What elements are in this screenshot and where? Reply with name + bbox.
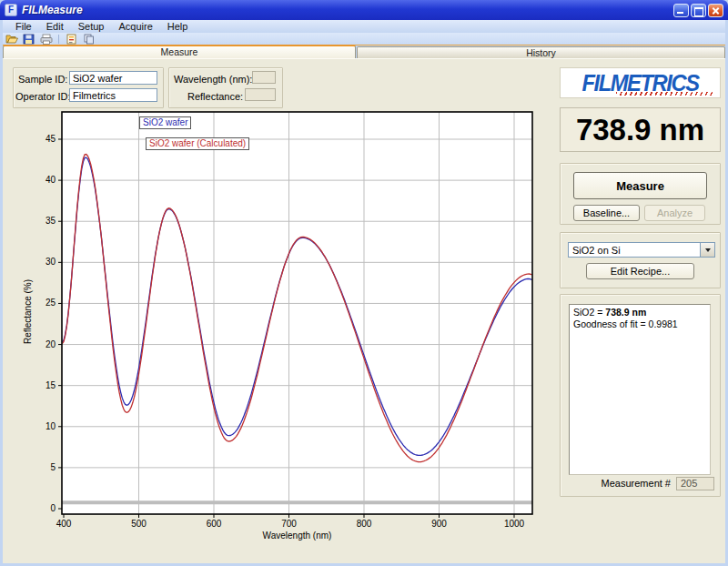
save-icon[interactable] xyxy=(22,34,35,45)
window-title: FILMeasure xyxy=(22,4,83,16)
filmeasure-window: F FILMeasure File Edit Setup Acquire Hel… xyxy=(0,0,728,566)
measure-panel: Sample ID: Operator ID: Wavelength (nm):… xyxy=(3,58,725,563)
menu-file[interactable]: File xyxy=(8,21,39,32)
maximize-button[interactable] xyxy=(691,4,706,17)
svg-text:800: 800 xyxy=(357,519,372,529)
filmetrics-logo: FILMETRICS xyxy=(560,67,721,98)
svg-text:500: 500 xyxy=(131,519,147,529)
svg-text:900: 900 xyxy=(431,519,447,529)
svg-text:40: 40 xyxy=(46,175,56,185)
svg-text:5: 5 xyxy=(50,462,56,472)
recipe-select[interactable]: SiO2 on Si xyxy=(568,242,715,258)
svg-text:400: 400 xyxy=(56,519,72,529)
operator-id-input[interactable] xyxy=(69,88,157,102)
y-axis-title: Reflectance (%) xyxy=(23,139,33,485)
edit-recipe-button[interactable]: Edit Recipe... xyxy=(586,263,694,279)
svg-text:1000: 1000 xyxy=(504,519,525,529)
svg-text:30: 30 xyxy=(46,257,56,267)
copy-icon[interactable] xyxy=(82,34,96,45)
minimize-button[interactable] xyxy=(673,4,689,17)
print-icon[interactable] xyxy=(39,34,53,45)
app-icon: F xyxy=(5,4,17,16)
tab-measure[interactable]: Measure xyxy=(3,45,356,58)
menu-acquire[interactable]: Acquire xyxy=(111,21,159,32)
spectrum-chart: 4005006007008009001000051015202530354045… xyxy=(7,108,546,549)
baseline-button[interactable]: Baseline... xyxy=(573,205,640,221)
reflectance-label: Reflectance: xyxy=(187,91,243,102)
svg-text:600: 600 xyxy=(207,519,222,529)
legend-measured: SiO2 wafer xyxy=(139,116,191,129)
menu-setup[interactable]: Setup xyxy=(71,21,112,32)
measurement-number-label: Measurement # xyxy=(602,478,671,489)
open-icon[interactable] xyxy=(5,34,18,45)
chevron-down-icon[interactable] xyxy=(700,243,714,257)
wavelength-field xyxy=(252,71,276,84)
svg-text:20: 20 xyxy=(46,339,56,349)
svg-text:45: 45 xyxy=(46,134,56,144)
sample-id-input[interactable] xyxy=(69,71,157,85)
close-button[interactable] xyxy=(708,4,723,17)
recipe-selected-value: SiO2 on Si xyxy=(572,245,621,256)
sample-id-label: Sample ID: xyxy=(18,74,67,85)
menu-edit[interactable]: Edit xyxy=(39,21,71,32)
svg-text:25: 25 xyxy=(46,298,56,308)
measurement-number-field xyxy=(676,477,714,490)
result-line-thickness: SiO2 = 738.9 nm xyxy=(573,307,706,318)
logo-hatch-decoration xyxy=(616,92,714,96)
toolbar xyxy=(3,33,725,45)
results-box: SiO2 = 738.9 nm Goodness of fit = 0.9981 xyxy=(569,304,711,475)
report-icon[interactable] xyxy=(65,34,78,45)
svg-text:35: 35 xyxy=(46,216,56,226)
menu-bar: File Edit Setup Acquire Help xyxy=(3,20,725,33)
svg-text:0: 0 xyxy=(50,503,56,513)
operator-id-label: Operator ID: xyxy=(15,91,71,102)
recipe-groupbox xyxy=(560,232,721,288)
svg-text:15: 15 xyxy=(46,380,56,390)
x-axis-title: Wavelength (nm) xyxy=(62,531,532,541)
svg-text:10: 10 xyxy=(46,421,56,431)
menu-help[interactable]: Help xyxy=(160,21,196,32)
svg-text:700: 700 xyxy=(281,519,297,529)
tab-history[interactable]: History xyxy=(357,46,725,58)
spectrum-plot: 4005006007008009001000051015202530354045 xyxy=(7,108,546,549)
result-line-gof: Goodness of fit = 0.9981 xyxy=(573,318,706,330)
wavelength-label: Wavelength (nm): xyxy=(174,74,252,85)
thickness-readout: 738.9 nm xyxy=(560,107,721,152)
measurement-row: Measurement # xyxy=(569,475,714,491)
measure-button[interactable]: Measure xyxy=(573,172,707,199)
reflectance-field xyxy=(245,88,276,101)
analyze-button[interactable]: Analyze xyxy=(644,205,705,221)
legend-calculated: SiO2 wafer (Calculated) xyxy=(146,137,249,150)
toolbar-separator xyxy=(58,35,59,44)
title-bar: F FILMeasure xyxy=(0,0,728,20)
